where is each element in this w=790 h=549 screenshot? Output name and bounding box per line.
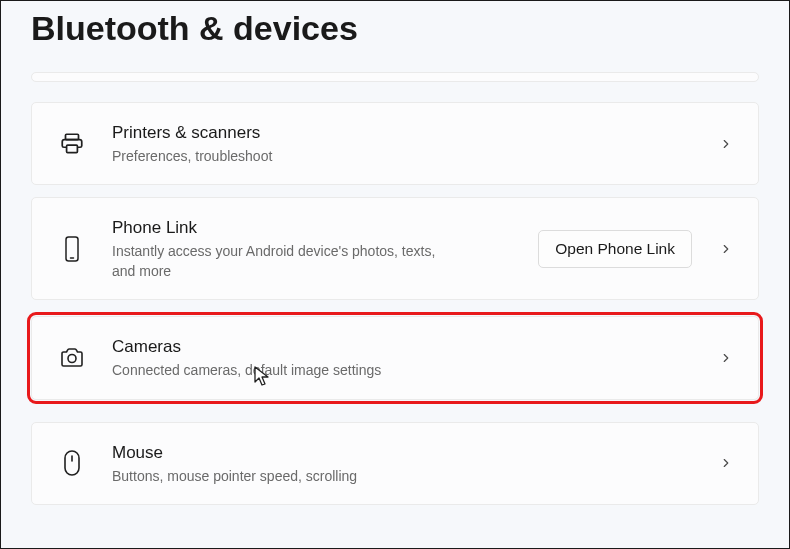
- mouse-icon: [54, 448, 90, 478]
- settings-item-phone-link[interactable]: Phone Link Instantly access your Android…: [31, 197, 759, 300]
- item-title: Phone Link: [112, 216, 538, 240]
- svg-rect-1: [67, 145, 78, 153]
- item-subtitle: Buttons, mouse pointer speed, scrolling: [112, 467, 442, 487]
- settings-item-mouse[interactable]: Mouse Buttons, mouse pointer speed, scro…: [31, 422, 759, 505]
- settings-item-cameras[interactable]: Cameras Connected cameras, default image…: [31, 316, 759, 399]
- item-title: Cameras: [112, 335, 716, 359]
- item-title: Mouse: [112, 441, 716, 465]
- item-subtitle: Instantly access your Android device's p…: [112, 242, 442, 281]
- camera-icon: [54, 346, 90, 370]
- svg-point-4: [68, 355, 76, 363]
- chevron-right-icon: [716, 134, 736, 154]
- chevron-right-icon: [716, 239, 736, 259]
- page-title: Bluetooth & devices: [31, 1, 759, 72]
- previous-card-edge: [31, 72, 759, 82]
- item-title: Printers & scanners: [112, 121, 716, 145]
- svg-rect-5: [65, 451, 79, 475]
- item-subtitle: Preferences, troubleshoot: [112, 147, 442, 167]
- phone-icon: [54, 235, 90, 263]
- printer-icon: [54, 131, 90, 157]
- settings-item-printers[interactable]: Printers & scanners Preferences, trouble…: [31, 102, 759, 185]
- item-subtitle: Connected cameras, default image setting…: [112, 361, 442, 381]
- chevron-right-icon: [716, 348, 736, 368]
- chevron-right-icon: [716, 453, 736, 473]
- open-phone-link-button[interactable]: Open Phone Link: [538, 230, 692, 268]
